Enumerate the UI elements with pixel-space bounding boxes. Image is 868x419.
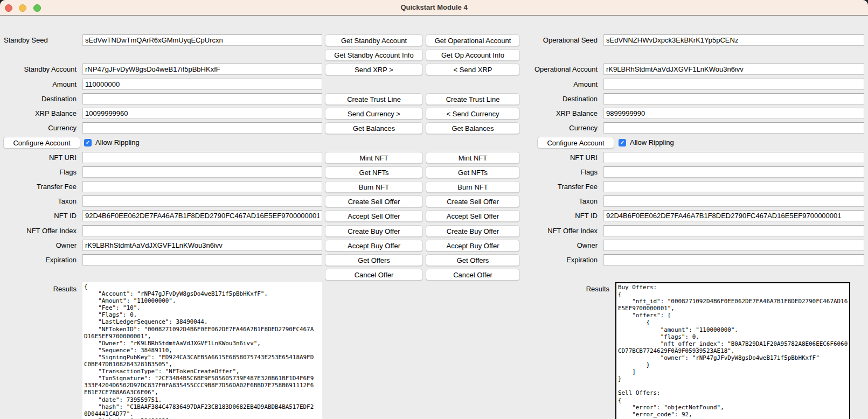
standby-cancel-offer-button[interactable]: Cancel Offer bbox=[325, 269, 423, 281]
main-content: Standby SeedStandby AccountAmountDestina… bbox=[0, 16, 868, 419]
operational-field-label-nft-id: NFT ID bbox=[509, 210, 601, 221]
operational-send-currency-button[interactable]: < Send Currency bbox=[426, 108, 520, 120]
operational-send-xrp-button[interactable]: < Send XRP bbox=[426, 64, 520, 75]
operational-get-op-account-info-button[interactable]: Get Op Account Info bbox=[426, 49, 520, 61]
standby-transfer-fee-input[interactable] bbox=[82, 181, 322, 192]
standby-field-label-nft-id: NFT ID bbox=[0, 210, 80, 221]
standby-expiration-input[interactable] bbox=[82, 254, 322, 266]
operational-accept-sell-offer-button[interactable]: Accept Sell Offer bbox=[426, 210, 520, 222]
checkmark-icon: ✓ bbox=[84, 139, 92, 146]
standby-field-label-expiration: Expiration bbox=[0, 254, 80, 266]
window-title: Quickstart Module 4 bbox=[0, 0, 868, 15]
standby-field-label-standby-account: Standby Account bbox=[0, 64, 80, 75]
operational-owner-input[interactable] bbox=[603, 240, 864, 251]
standby-field-label-transfer-fee: Transfer Fee bbox=[0, 181, 80, 192]
operational-get-balances-button[interactable]: Get Balances bbox=[426, 122, 520, 134]
standby-currency-input[interactable] bbox=[82, 122, 322, 134]
operational-cancel-offer-button[interactable]: Cancel Offer bbox=[426, 269, 520, 281]
standby-allow-rippling-checkbox[interactable]: ✓ bbox=[84, 139, 92, 146]
operational-configure-account-button[interactable]: Configure Account bbox=[537, 137, 614, 149]
operational-mint-nft-button[interactable]: Mint NFT bbox=[426, 152, 520, 164]
standby-send-currency-button[interactable]: Send Currency > bbox=[325, 108, 423, 120]
operational-expiration-input[interactable] bbox=[603, 254, 864, 266]
standby-results-textarea[interactable]: { "Account": "rNP47gJFvDyW8gsDo4weB17if5… bbox=[82, 282, 322, 419]
operational-taxon-input[interactable] bbox=[603, 195, 864, 207]
operational-field-label-expiration: Expiration bbox=[509, 254, 601, 266]
operational-burn-nft-button[interactable]: Burn NFT bbox=[426, 181, 520, 193]
operational-results-label: Results bbox=[533, 283, 613, 295]
standby-standby-account-input[interactable] bbox=[82, 64, 322, 75]
standby-nft-uri-input[interactable] bbox=[82, 152, 322, 163]
operational-currency-input[interactable] bbox=[603, 122, 864, 134]
standby-field-label-xrp-balance: XRP Balance bbox=[0, 108, 80, 119]
operational-field-label-amount: Amount bbox=[509, 79, 601, 90]
standby-results-label: Results bbox=[0, 283, 80, 295]
standby-create-trust-line-button[interactable]: Create Trust Line bbox=[325, 93, 423, 105]
standby-create-buy-offer-button[interactable]: Create Buy Offer bbox=[325, 225, 423, 237]
operational-xrp-balance-input[interactable] bbox=[603, 108, 864, 119]
operational-allow-rippling-label: Allow Rippling bbox=[630, 137, 674, 148]
operational-nft-id-input[interactable] bbox=[603, 210, 864, 221]
standby-field-label-currency: Currency bbox=[0, 122, 80, 134]
standby-field-label-owner: Owner bbox=[0, 240, 80, 251]
operational-allow-rippling-checkbox[interactable]: ✓ bbox=[619, 139, 626, 146]
standby-standby-seed-input[interactable] bbox=[82, 34, 322, 46]
standby-field-label-amount: Amount bbox=[0, 79, 80, 90]
operational-create-buy-offer-button[interactable]: Create Buy Offer bbox=[426, 225, 520, 237]
standby-xrp-balance-input[interactable] bbox=[82, 108, 322, 119]
operational-get-nfts-button[interactable]: Get NFTs bbox=[426, 166, 520, 178]
standby-create-sell-offer-button[interactable]: Create Sell Offer bbox=[325, 195, 423, 207]
standby-destination-input[interactable] bbox=[82, 93, 322, 104]
operational-transfer-fee-input[interactable] bbox=[603, 181, 864, 192]
standby-field-label-destination: Destination bbox=[0, 93, 80, 104]
standby-owner-input[interactable] bbox=[82, 240, 322, 251]
operational-field-label-nft-uri: NFT URI bbox=[509, 152, 601, 163]
operational-get-offers-button[interactable]: Get Offers bbox=[426, 254, 520, 266]
operational-accept-buy-offer-button[interactable]: Accept Buy Offer bbox=[426, 240, 520, 252]
operational-operational-seed-input[interactable] bbox=[603, 34, 864, 46]
operational-create-trust-line-button[interactable]: Create Trust Line bbox=[426, 93, 520, 105]
standby-get-standby-account-button[interactable]: Get Standby Account bbox=[325, 34, 423, 46]
standby-taxon-input[interactable] bbox=[82, 195, 322, 207]
standby-get-nfts-button[interactable]: Get NFTs bbox=[325, 166, 423, 178]
operational-field-label-owner: Owner bbox=[509, 240, 601, 251]
operational-operational-account-input[interactable] bbox=[603, 64, 864, 75]
standby-allow-rippling-label: Allow Rippling bbox=[95, 137, 140, 148]
standby-field-label-taxon: Taxon bbox=[0, 195, 80, 207]
standby-get-offers-button[interactable]: Get Offers bbox=[325, 254, 423, 266]
operational-field-label-currency: Currency bbox=[509, 122, 601, 134]
operational-results-textarea[interactable]: Buy Offers: { "nft_id": "0008271092D4B6F… bbox=[615, 282, 850, 419]
operational-amount-input[interactable] bbox=[603, 79, 864, 90]
operational-field-label-nft-offer-index: NFT Offer Index bbox=[509, 225, 601, 236]
operational-field-label-operational-account: Operational Account bbox=[509, 64, 601, 75]
operational-get-operational-account-button[interactable]: Get Operational Account bbox=[426, 34, 520, 46]
standby-accept-buy-offer-button[interactable]: Accept Buy Offer bbox=[325, 240, 423, 252]
standby-burn-nft-button[interactable]: Burn NFT bbox=[325, 181, 423, 193]
operational-field-label-operational-seed: Operational Seed bbox=[509, 34, 601, 46]
operational-nft-offer-index-input[interactable] bbox=[603, 225, 864, 236]
standby-send-xrp-button[interactable]: Send XRP > bbox=[325, 64, 423, 75]
standby-amount-input[interactable] bbox=[82, 79, 322, 90]
standby-field-label-nft-uri: NFT URI bbox=[0, 152, 80, 163]
standby-get-standby-account-info-button[interactable]: Get Standby Account Info bbox=[325, 49, 423, 61]
standby-accept-sell-offer-button[interactable]: Accept Sell Offer bbox=[325, 210, 423, 222]
operational-field-label-flags: Flags bbox=[509, 166, 601, 178]
operational-create-sell-offer-button[interactable]: Create Sell Offer bbox=[426, 195, 520, 207]
operational-field-label-destination: Destination bbox=[509, 93, 601, 104]
operational-destination-input[interactable] bbox=[603, 93, 864, 104]
operational-flags-input[interactable] bbox=[603, 166, 864, 178]
standby-configure-account-button[interactable]: Configure Account bbox=[3, 137, 80, 149]
standby-mint-nft-button[interactable]: Mint NFT bbox=[325, 152, 423, 164]
standby-field-label-flags: Flags bbox=[0, 166, 80, 178]
operational-nft-uri-input[interactable] bbox=[603, 152, 864, 163]
standby-nft-offer-index-input[interactable] bbox=[82, 225, 322, 236]
standby-field-label-standby-seed: Standby Seed bbox=[0, 34, 80, 46]
app-window: Quickstart Module 4 Standby SeedStandby … bbox=[0, 0, 868, 419]
operational-field-label-taxon: Taxon bbox=[509, 195, 601, 207]
standby-nft-id-input[interactable] bbox=[82, 210, 322, 221]
titlebar[interactable]: Quickstart Module 4 bbox=[0, 0, 868, 16]
standby-field-label-nft-offer-index: NFT Offer Index bbox=[0, 225, 80, 236]
standby-flags-input[interactable] bbox=[82, 166, 322, 178]
operational-field-label-transfer-fee: Transfer Fee bbox=[509, 181, 601, 192]
standby-get-balances-button[interactable]: Get Balances bbox=[325, 122, 423, 134]
